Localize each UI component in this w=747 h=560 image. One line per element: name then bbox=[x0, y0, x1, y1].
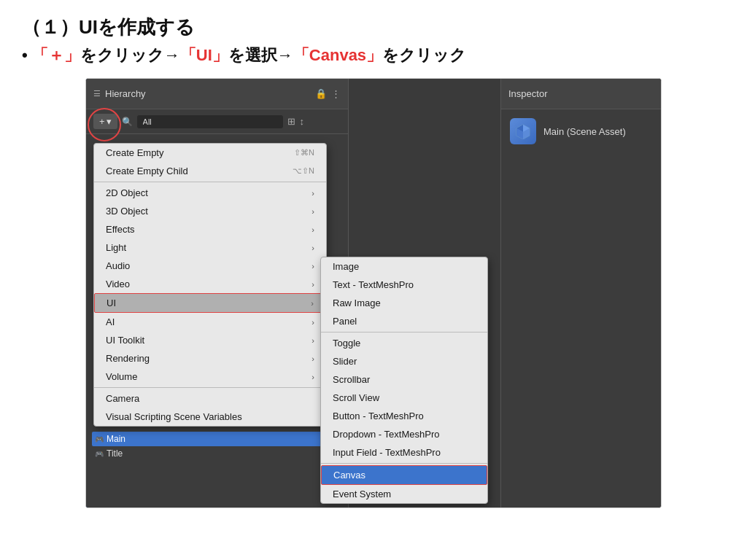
submenu-item-label: Scroll View bbox=[333, 392, 379, 403]
add-button[interactable]: + ▾ bbox=[93, 114, 117, 129]
submenu-event-system[interactable]: Event System bbox=[321, 485, 487, 503]
main-title-text: （１）UIを作成する bbox=[22, 16, 195, 38]
unity-editor: 📁 _C# ▶ 📁 _Images 📁 _Input bbox=[86, 79, 661, 508]
submenu-scroll-view[interactable]: Scroll View bbox=[321, 389, 487, 407]
menu-light[interactable]: Light › bbox=[94, 238, 326, 257]
inspector-panel: Inspector Main (Scene Asset) bbox=[500, 79, 661, 508]
inspector-content: Main (Scene Asset) bbox=[501, 109, 661, 153]
submenu-canvas[interactable]: Canvas bbox=[321, 465, 487, 485]
hierarchy-search[interactable] bbox=[137, 115, 283, 128]
hier-item-title[interactable]: 🎮 Title bbox=[92, 446, 343, 461]
arrow-icon: › bbox=[311, 189, 314, 198]
canvas-quote-open: 「 bbox=[293, 46, 309, 64]
menu-rendering[interactable]: Rendering › bbox=[94, 349, 326, 368]
submenu-item-label: Button - TextMeshPro bbox=[333, 411, 424, 421]
filter-icon: ⊞ bbox=[287, 116, 295, 127]
menu-volume[interactable]: Volume › bbox=[94, 368, 326, 386]
hierarchy-header-controls: 🔒 ⋮ bbox=[315, 88, 341, 99]
menu-item-label: UI Toolkit bbox=[106, 335, 144, 346]
menu-item-label: UI bbox=[107, 298, 116, 308]
inspector-header: Inspector bbox=[501, 79, 661, 109]
arrow-icon: › bbox=[311, 262, 314, 271]
arrow-icon: › bbox=[311, 373, 314, 381]
menu-item-label: 3D Object bbox=[106, 206, 148, 217]
submenu-dropdown-tmp[interactable]: Dropdown - TextMeshPro bbox=[321, 425, 487, 443]
arrow-icon: › bbox=[311, 244, 314, 252]
menu-item-label: Camera bbox=[106, 393, 139, 404]
submenu-text-tmp[interactable]: Text - TextMeshPro bbox=[321, 276, 487, 294]
submenu-item-label: Input Field - TextMeshPro bbox=[333, 447, 441, 458]
hierarchy-icon: ☰ bbox=[93, 89, 101, 98]
menu-item-label: Video bbox=[106, 279, 130, 289]
arrow-icon: › bbox=[311, 318, 314, 327]
menu-divider-1 bbox=[94, 182, 326, 182]
menu-video[interactable]: Video › bbox=[94, 275, 326, 293]
lock-icon: 🔒 bbox=[315, 88, 327, 99]
menu-ui-toolkit[interactable]: UI Toolkit › bbox=[94, 331, 326, 349]
submenu-button-tmp[interactable]: Button - TextMeshPro bbox=[321, 407, 487, 425]
subtitle: • 「＋」をクリック→「UI」を選択→「Canvas」をクリック bbox=[22, 44, 725, 66]
ui-label: UI bbox=[196, 46, 212, 64]
canvas-quote-close: 」 bbox=[366, 46, 382, 64]
menu-item-label: Rendering bbox=[106, 353, 150, 364]
hierarchy-header: ☰ Hierarchy 🔒 ⋮ bbox=[86, 79, 348, 109]
menu-2d-object[interactable]: 2D Object › bbox=[94, 184, 326, 202]
game-icon: 🎮 bbox=[95, 435, 104, 443]
menu-camera[interactable]: Camera bbox=[94, 389, 326, 408]
more-icon: ⋮ bbox=[331, 88, 341, 99]
game-icon: 🎮 bbox=[95, 450, 104, 458]
menu-item-label: Visual Scripting Scene Variables bbox=[106, 411, 242, 422]
sort-icon: ↕ bbox=[300, 116, 305, 127]
menu-item-label: Audio bbox=[106, 260, 130, 271]
submenu-toggle[interactable]: Toggle bbox=[321, 334, 487, 352]
submenu-item-label: Canvas bbox=[333, 470, 365, 481]
submenu-image[interactable]: Image bbox=[321, 257, 487, 276]
submenu-item-label: Toggle bbox=[333, 338, 360, 349]
inspector-asset-name: Main (Scene Asset) bbox=[543, 126, 626, 137]
main-title: （１）UIを作成する bbox=[22, 15, 725, 40]
arrow-icon: › bbox=[311, 354, 314, 363]
hierarchy-panel: ☰ Hierarchy 🔒 ⋮ + ▾ 🔍 bbox=[86, 79, 349, 508]
menu-item-label: Volume bbox=[106, 371, 137, 382]
submenu-divider-1 bbox=[321, 332, 487, 332]
menu-audio[interactable]: Audio › bbox=[94, 257, 326, 275]
menu-effects[interactable]: Effects › bbox=[94, 220, 326, 238]
submenu-panel[interactable]: Panel bbox=[321, 312, 487, 330]
menu-create-empty[interactable]: Create Empty ⇧⌘N bbox=[94, 144, 326, 162]
hier-item-label: Title bbox=[107, 448, 123, 459]
hierarchy-items: 🎮 Main 🎮 Title bbox=[86, 429, 349, 464]
submenu-item-label: Text - TextMeshPro bbox=[333, 279, 414, 290]
page-container: （１）UIを作成する • 「＋」をクリック→「UI」を選択→「Canvas」をク… bbox=[0, 0, 747, 560]
subtitle-suffix: をクリック bbox=[382, 46, 466, 64]
submenu-item-label: Image bbox=[333, 261, 359, 272]
menu-item-label: AI bbox=[106, 316, 115, 327]
inspector-title: Inspector bbox=[508, 88, 547, 99]
arrow-icon: › bbox=[311, 225, 314, 234]
menu-create-empty-child[interactable]: Create Empty Child ⌥⇧N bbox=[94, 162, 326, 180]
menu-item-label: Effects bbox=[106, 224, 135, 235]
search-icon: 🔍 bbox=[122, 117, 133, 127]
menu-ui[interactable]: UI › bbox=[94, 293, 326, 313]
menu-divider-2 bbox=[94, 387, 326, 388]
arrow-icon: › bbox=[311, 336, 314, 345]
submenu-divider-2 bbox=[321, 463, 487, 464]
bullet: • bbox=[22, 46, 32, 64]
submenu-scrollbar[interactable]: Scrollbar bbox=[321, 370, 487, 389]
plus-symbol: + bbox=[99, 116, 105, 127]
hier-item-main[interactable]: 🎮 Main bbox=[92, 432, 343, 446]
arrow-icon: › bbox=[311, 280, 314, 289]
ui-quote-close: 」 bbox=[212, 46, 228, 64]
subtitle-mid1: をクリック→ bbox=[80, 46, 180, 64]
plus-sign: ＋ bbox=[48, 46, 64, 64]
submenu-input-field-tmp[interactable]: Input Field - TextMeshPro bbox=[321, 443, 487, 462]
submenu-raw-image[interactable]: Raw Image bbox=[321, 294, 487, 312]
menu-ai[interactable]: AI › bbox=[94, 313, 326, 331]
menu-visual-scripting[interactable]: Visual Scripting Scene Variables bbox=[94, 408, 326, 426]
menu-item-label: 2D Object bbox=[106, 187, 148, 198]
arrow-icon: › bbox=[311, 299, 314, 308]
dropdown-arrow: ▾ bbox=[107, 116, 112, 127]
menu-item-label: Create Empty bbox=[106, 147, 163, 158]
menu-3d-object[interactable]: 3D Object › bbox=[94, 202, 326, 220]
hierarchy-title: ☰ Hierarchy bbox=[93, 88, 146, 99]
submenu-slider[interactable]: Slider bbox=[321, 352, 487, 370]
